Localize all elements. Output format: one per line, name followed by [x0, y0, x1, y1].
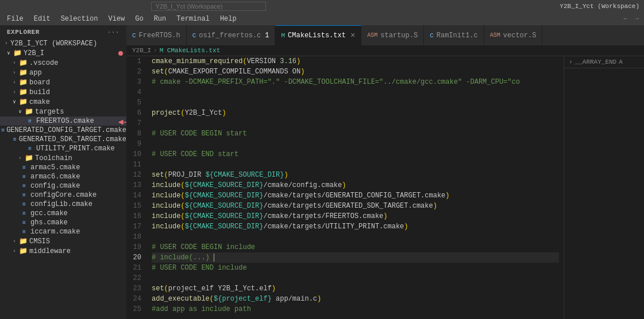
tab-label-osif: osif_freertos.c	[199, 32, 261, 40]
middleware-folder-icon: 📁	[18, 247, 28, 255]
tab-cmake-icon: M	[281, 32, 285, 39]
configcore-label: configCore.cmake	[30, 191, 126, 199]
workspace-chevron-icon: ›	[2, 41, 10, 46]
sidebar-item-workspace[interactable]: › Y2B_I_YCT (WORKSPACE)	[0, 39, 126, 48]
code-line-17: include(${CMAKE_SOURCE_DIR}/cmake/target…	[152, 221, 559, 232]
sidebar-item-config[interactable]: ≡ config.cmake	[0, 181, 126, 190]
menu-file[interactable]: File	[2, 14, 28, 24]
configlib-file-icon: ≡	[20, 201, 29, 208]
code-line-14: include(${CMAKE_SOURCE_DIR}/cmake/target…	[152, 190, 559, 201]
sidebar-item-targets[interactable]: ∨ 📁 targets	[0, 107, 126, 116]
tab-vector[interactable]: ASM vector.S	[484, 25, 543, 45]
sidebar-item-gcc[interactable]: ≡ gcc.cmake	[0, 209, 126, 218]
code-line-19: # USER CODE BEGIN include	[152, 242, 559, 252]
sidebar-item-iccarm[interactable]: ≡ iccarm.cmake	[0, 227, 126, 236]
ln-17: 17	[129, 221, 141, 232]
menu-bar: File Edit Selection View Go Run Terminal…	[0, 13, 644, 25]
tab-close-cmakelists[interactable]: ×	[350, 32, 355, 40]
tab-bar: C FreeRTOS.h C osif_freertos.c 1 M CMake…	[126, 25, 644, 45]
ln-25: 25	[129, 304, 141, 314]
tab-asm-label-startup: ASM	[367, 32, 377, 38]
menu-run[interactable]: Run	[149, 14, 171, 24]
nav-forward-button[interactable]: →	[632, 14, 642, 24]
ln-24: 24	[129, 294, 141, 304]
ghs-file-icon: ≡	[20, 220, 29, 226]
sidebar-item-toolchain[interactable]: › 📁 Toolchain	[0, 153, 126, 163]
right-panel-arrow: ›	[569, 59, 573, 65]
breadcrumb: Y2B_I › M CMakeLists.txt	[126, 45, 644, 56]
sidebar-item-middleware[interactable]: › 📁 middleware	[0, 246, 126, 256]
tab-label-raminit: RamInit1.c	[437, 32, 478, 40]
sidebar-item-armac6[interactable]: ≡ armac6.cmake	[0, 172, 126, 181]
code-editor[interactable]: cmake_minimum_required(VERSION 3.16) set…	[147, 56, 564, 319]
sidebar-item-configcore[interactable]: ≡ configCore.cmake	[0, 190, 126, 200]
sidebar-item-y2b_i[interactable]: ∨ 📁 Y2B_I	[0, 48, 126, 58]
sidebar-item-cmake[interactable]: ∨ 📁 cmake	[0, 97, 126, 107]
tab-startup[interactable]: ASM startup.S	[361, 25, 424, 45]
menu-go[interactable]: Go	[130, 14, 148, 24]
gcc-label: gcc.cmake	[30, 209, 126, 217]
menu-edit[interactable]: Edit	[29, 14, 55, 24]
menu-selection[interactable]: Selection	[56, 14, 103, 24]
code-line-11	[152, 160, 559, 170]
code-line-2: set(CMAKE_EXPORT_COMPILE_COMMANDS ON)	[152, 67, 559, 77]
menu-terminal[interactable]: Terminal	[172, 14, 214, 24]
sidebar-item-configlib[interactable]: ≡ configLib.cmake	[0, 200, 126, 209]
sidebar-item-board[interactable]: › 📁 board	[0, 77, 126, 87]
right-panel: › __ARRAY_END A	[564, 56, 644, 319]
sidebar-item-gen-sdk-cmake[interactable]: ≡ GENERATED_SDK_TARGET.cmake	[0, 135, 126, 144]
sidebar-item-freertos-cmake[interactable]: ≡ FREERTOS.cmake	[0, 116, 126, 126]
tab-cmakelists[interactable]: M CMakeLists.txt ×	[275, 25, 361, 45]
menu-help[interactable]: Help	[215, 14, 241, 24]
vscode-chevron-icon: ›	[10, 60, 18, 66]
menu-view[interactable]: View	[103, 14, 129, 24]
app-folder-icon: 📁	[18, 68, 28, 77]
cmsis-label: CMSIS	[29, 238, 126, 246]
code-line-23: set(project_elf Y2B_I_Yct.elf)	[152, 283, 559, 294]
ln-14: 14	[129, 190, 141, 201]
sidebar-item-build[interactable]: › 📁 build	[0, 87, 126, 97]
code-line-24: add_executable(${project_elf} app/main.c…	[152, 294, 559, 304]
sidebar-item-ghs[interactable]: ≡ ghs.cmake	[0, 218, 126, 227]
tab-c-icon-osif: C	[192, 32, 196, 39]
freertos-cmake-file-icon: ≡	[25, 118, 34, 125]
gen-config-label: GENERATED_CONFIG_TARGET.cmake	[6, 126, 126, 134]
sidebar-item-cmsis[interactable]: › 📁 CMSIS	[0, 236, 126, 246]
explorer-title: EXPLORER	[7, 29, 40, 36]
code-line-12: set(PROJ_DIR ${CMAKE_SOURCE_DIR})	[152, 170, 559, 180]
iccarm-file-icon: ≡	[20, 229, 29, 235]
title-bar: Y2B_I_Yct (Workspace)	[0, 0, 644, 13]
toolchain-label: Toolchain	[35, 154, 126, 162]
ln-12: 12	[129, 170, 141, 180]
code-line-4	[152, 87, 559, 98]
tab-c-icon-freertos: C	[132, 32, 136, 39]
sidebar-item-armac5[interactable]: ≡ armac5.cmake	[0, 163, 126, 172]
sidebar-item-app[interactable]: › 📁 app	[0, 68, 126, 77]
sidebar-item-utility-print-cmake[interactable]: ≡ UTILITY_PRINT.cmake	[0, 144, 126, 153]
board-label: board	[29, 79, 126, 87]
nav-back-button[interactable]: ←	[621, 14, 631, 24]
cmsis-folder-icon: 📁	[18, 237, 28, 246]
sidebar-item-vscode[interactable]: › 📁 .vscode	[0, 58, 126, 68]
armac6-label: armac6.cmake	[30, 173, 126, 181]
cmake-label: cmake	[29, 98, 126, 106]
ln-2: 2	[129, 67, 141, 77]
code-line-18	[152, 232, 559, 242]
ln-22: 22	[129, 273, 141, 283]
app-chevron-icon: ›	[10, 70, 18, 76]
sidebar-options-button[interactable]: ···	[107, 29, 119, 36]
tab-label-cmakelists: CMakeLists.txt	[288, 32, 346, 40]
tab-osif-freertos[interactable]: C osif_freertos.c 1	[187, 25, 276, 45]
breadcrumb-file: M CMakeLists.txt	[160, 47, 221, 54]
gcc-file-icon: ≡	[20, 211, 29, 217]
middleware-label: middleware	[29, 247, 126, 255]
right-panel-item: __ARRAY_END	[575, 59, 617, 65]
workspace-label: Y2B_I_YCT (WORKSPACE)	[10, 40, 126, 48]
cmake-folder-icon: 📁	[18, 98, 28, 106]
tab-freertos-h[interactable]: C FreeRTOS.h	[126, 25, 187, 45]
sidebar-item-gen-config-cmake[interactable]: ≡ GENERATED_CONFIG_TARGET.cmake	[0, 126, 126, 135]
ln-9: 9	[129, 139, 141, 149]
title-search-input[interactable]	[151, 2, 266, 11]
config-file-icon: ≡	[20, 183, 29, 189]
tab-raminit[interactable]: C RamInit1.c	[424, 25, 484, 45]
